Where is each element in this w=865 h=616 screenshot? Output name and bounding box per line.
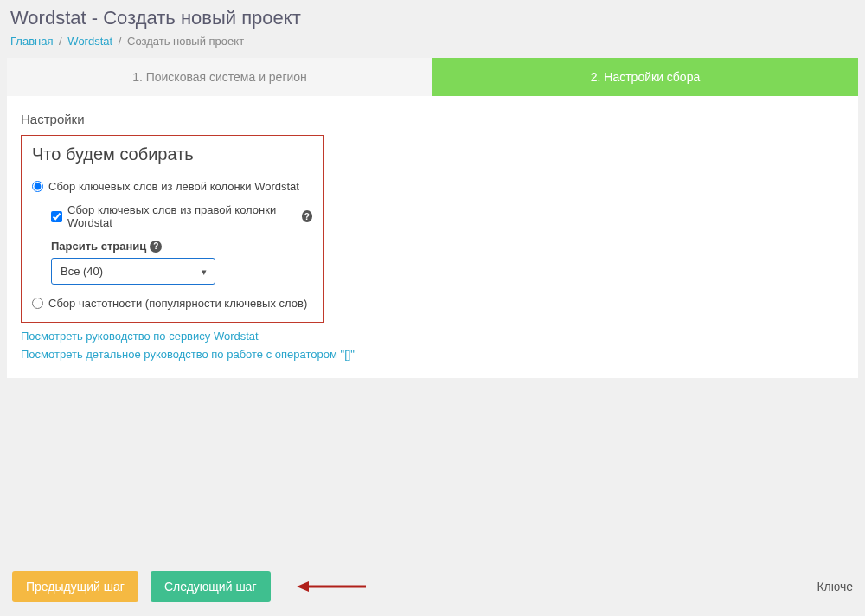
breadcrumb-home[interactable]: Главная <box>10 35 53 48</box>
settings-label: Настройки <box>21 112 844 126</box>
steps-nav: 1. Поисковая система и регион 2. Настрой… <box>7 58 858 96</box>
next-step-button[interactable]: Следующий шаг <box>151 571 271 602</box>
arrow-annotation <box>297 578 366 595</box>
breadcrumb-current: Создать новый проект <box>127 35 244 48</box>
footer-right-text: Ключе <box>817 580 853 594</box>
parse-pages-select-wrap: Все (40) <box>51 258 215 285</box>
page-title: Wordstat - Создать новый проект <box>0 0 865 33</box>
help-icon[interactable]: ? <box>150 241 162 253</box>
help-links: Посмотреть руководство по сервису Wordst… <box>21 328 844 364</box>
radio-frequency-input[interactable] <box>32 298 43 309</box>
footer-bar: Предыдущий шаг Следующий шаг Ключе <box>0 571 865 602</box>
radio-frequency-label: Сбор частотности (популярности ключевых … <box>48 297 307 310</box>
checkbox-right-column[interactable]: Сбор ключевых слов из правой колонки Wor… <box>51 203 312 229</box>
breadcrumb: Главная / Wordstat / Создать новый проек… <box>0 33 865 58</box>
config-heading: Что будем собирать <box>32 144 312 164</box>
parse-pages-select[interactable]: Все (40) <box>51 258 215 285</box>
prev-step-button[interactable]: Предыдущий шаг <box>12 571 138 602</box>
help-icon[interactable]: ? <box>302 210 312 222</box>
breadcrumb-separator: / <box>59 35 62 48</box>
checkbox-right-input[interactable] <box>51 211 62 222</box>
radio-left-label: Сбор ключевых слов из левой колонки Word… <box>48 180 299 193</box>
step-search-region[interactable]: 1. Поисковая система и регион <box>7 58 432 96</box>
breadcrumb-separator: / <box>119 35 122 48</box>
radio-frequency[interactable]: Сбор частотности (популярности ключевых … <box>32 297 312 310</box>
link-operator-guide[interactable]: Посмотреть детальное руководство по рабо… <box>21 346 844 364</box>
step-settings[interactable]: 2. Настройки сбора <box>432 58 858 96</box>
breadcrumb-wordstat[interactable]: Wordstat <box>67 35 112 48</box>
config-box: Что будем собирать Сбор ключевых слов из… <box>21 135 324 323</box>
main-panel: Настройки Что будем собирать Сбор ключев… <box>7 96 858 378</box>
radio-left-column[interactable]: Сбор ключевых слов из левой колонки Word… <box>32 180 312 193</box>
link-wordstat-guide[interactable]: Посмотреть руководство по сервису Wordst… <box>21 328 844 346</box>
svg-marker-1 <box>297 581 309 592</box>
checkbox-right-label: Сбор ключевых слов из правой колонки Wor… <box>67 203 297 229</box>
radio-left-input[interactable] <box>32 181 43 192</box>
parse-pages-label: Парсить страниц ? <box>51 240 312 253</box>
